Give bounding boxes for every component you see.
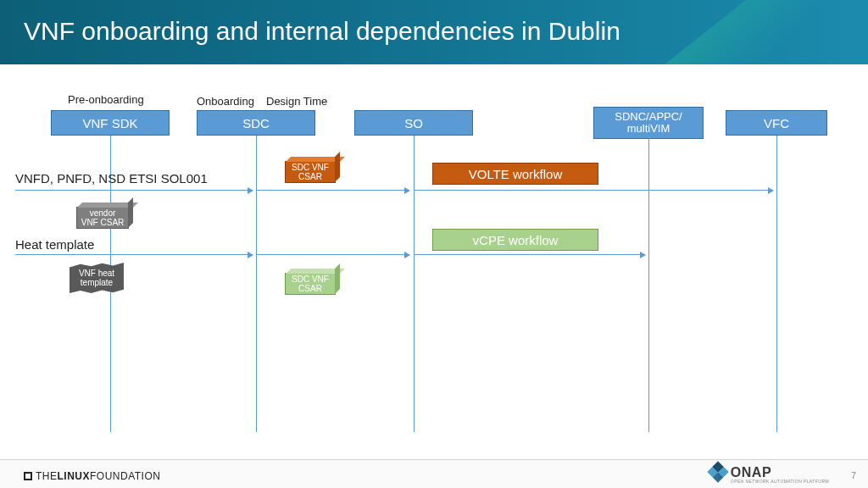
- phase-onboarding: Onboarding: [197, 95, 254, 108]
- page-number: 7: [851, 470, 856, 480]
- arrow-etsi-to-sdc: [15, 190, 253, 191]
- arrow-so-to-vfc-row1: [415, 190, 773, 191]
- artifact-vnf-heat-template: VNF heat template: [70, 263, 124, 293]
- lifeline-vfc: [776, 136, 777, 432]
- lane-so: SO: [354, 110, 473, 136]
- row-label-etsi: VNFD, PNFD, NSD ETSI SOL001: [15, 171, 208, 186]
- phase-pre-onboarding: Pre-onboarding: [68, 93, 144, 106]
- artifact-sdc-vnf-csar-green: SDC VNF CSAR: [285, 273, 336, 295]
- linux-foundation-logo: THELINUXFOUNDATION: [24, 470, 160, 482]
- arrow-so-to-sdnc-row2: [415, 254, 645, 255]
- lane-sdnc-appc-multivim: SDNC/APPC/ multiVIM: [593, 107, 704, 139]
- artifact-vendor-vnf-csar: vendor VNF CSAR: [76, 207, 129, 229]
- slide-title: VNF onboarding and internal dependencies…: [24, 17, 620, 46]
- title-accent: [665, 0, 868, 64]
- lane-sdc: SDC: [197, 110, 315, 136]
- arrow-sdc-to-so-row2: [257, 254, 409, 255]
- title-bar: VNF onboarding and internal dependencies…: [0, 0, 868, 64]
- lane-vnf-sdk: VNF SDK: [51, 110, 170, 136]
- footer: THELINUXFOUNDATION ONAPOPEN NETWORK AUTO…: [0, 459, 868, 488]
- workflow-vcpe: vCPE workflow: [432, 229, 598, 251]
- lifeline-sdc: [256, 136, 257, 432]
- lifeline-sdnc: [648, 136, 649, 432]
- onap-text: ONAP: [731, 465, 771, 480]
- arrow-heat-to-sdc: [15, 254, 253, 255]
- onap-logo: ONAPOPEN NETWORK AUTOMATION PLATFORM: [710, 464, 829, 484]
- workflow-volte: VOLTE workflow: [432, 163, 598, 185]
- lane-vfc: VFC: [726, 110, 827, 136]
- lifeline-so: [414, 136, 415, 432]
- row-label-heat: Heat template: [15, 237, 94, 252]
- onap-subtext: OPEN NETWORK AUTOMATION PLATFORM: [731, 480, 829, 484]
- slide: VNF onboarding and internal dependencies…: [0, 0, 868, 488]
- square-icon: [24, 472, 32, 480]
- arrow-sdc-to-so-row1: [257, 190, 409, 191]
- onap-icon: [707, 461, 728, 482]
- phase-design-time: Design Time: [266, 95, 327, 108]
- artifact-sdc-vnf-csar-orange: SDC VNF CSAR: [285, 161, 336, 183]
